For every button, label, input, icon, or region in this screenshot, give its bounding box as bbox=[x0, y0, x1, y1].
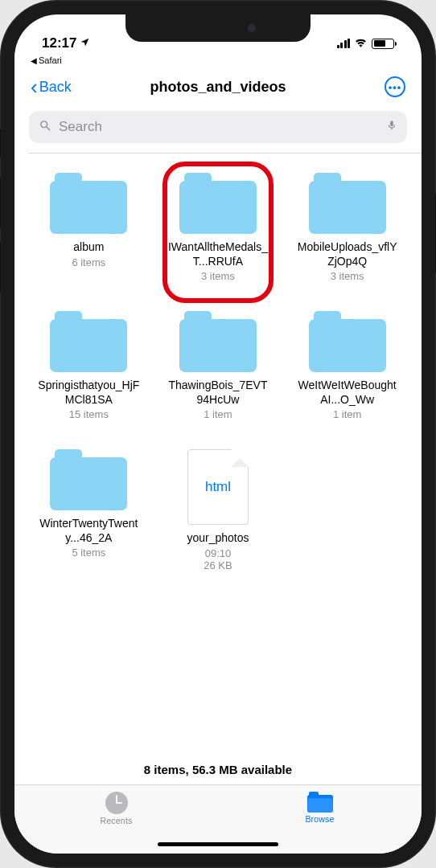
chevron-left-icon: ‹ bbox=[31, 76, 38, 97]
volume-up-button bbox=[0, 177, 1, 228]
clock-icon bbox=[105, 792, 128, 814]
folder-item[interactable]: ThawingBois_7EVT94HcUw1 item bbox=[160, 311, 277, 420]
notch bbox=[125, 14, 311, 42]
folder-icon bbox=[179, 173, 257, 234]
item-meta: 5 items bbox=[72, 547, 105, 559]
html-file-icon: html bbox=[187, 449, 249, 525]
microphone-icon[interactable] bbox=[386, 117, 397, 137]
item-name: ThawingBois_7EVT94HcUw bbox=[166, 379, 270, 407]
folder-icon bbox=[307, 792, 333, 813]
item-meta: 09:10 bbox=[205, 547, 232, 559]
folder-item[interactable]: WinterTwentyTwenty...46_2A5 items bbox=[31, 449, 147, 571]
page-title: photos_and_videos bbox=[150, 79, 286, 96]
cellular-icon bbox=[337, 39, 351, 48]
status-time: 12:17 bbox=[42, 35, 76, 51]
item-name: your_photos bbox=[187, 531, 249, 546]
storage-status: 8 items, 56.3 MB available bbox=[14, 751, 422, 784]
more-options-button[interactable]: ••• bbox=[385, 76, 405, 97]
battery-icon bbox=[372, 39, 394, 49]
folder-icon bbox=[50, 311, 127, 372]
folder-item[interactable]: album6 items bbox=[31, 173, 147, 282]
tab-recents[interactable]: Recents bbox=[84, 792, 149, 825]
breadcrumb-caret-icon: ◀︎ bbox=[31, 56, 37, 65]
location-icon bbox=[80, 37, 90, 50]
item-name: Springisthatyou_HjFMCl81SA bbox=[36, 379, 141, 407]
item-meta: 3 items bbox=[201, 270, 235, 282]
item-name: WeItWeItWeBoughtAI...O_Ww bbox=[295, 379, 400, 407]
search-bar[interactable] bbox=[29, 111, 407, 143]
folder-item[interactable]: Springisthatyou_HjFMCl81SA15 items bbox=[31, 311, 147, 420]
ellipsis-icon: ••• bbox=[389, 81, 402, 93]
folder-icon bbox=[50, 449, 127, 510]
app-breadcrumb[interactable]: ◀︎ Safari bbox=[14, 53, 422, 68]
mute-switch bbox=[0, 129, 1, 158]
search-icon bbox=[39, 119, 52, 136]
folder-item[interactable]: WeItWeItWeBoughtAI...O_Ww1 item bbox=[289, 311, 405, 420]
item-meta: 1 item bbox=[333, 408, 361, 420]
nav-bar: ‹ Back photos_and_videos ••• bbox=[14, 68, 422, 106]
back-button[interactable]: ‹ Back bbox=[31, 76, 72, 97]
item-meta: 3 items bbox=[331, 270, 364, 282]
folder-icon bbox=[179, 311, 257, 372]
device-frame: 12:17 ◀︎ Safari ‹ Back photos_and bbox=[0, 0, 436, 868]
item-meta: 6 items bbox=[72, 256, 105, 268]
tab-browse[interactable]: Browse bbox=[288, 792, 352, 824]
item-name: IWantAlltheMedals_T...RRUfA bbox=[166, 240, 270, 268]
item-name: WinterTwentyTwenty...46_2A bbox=[36, 517, 141, 545]
breadcrumb-label: Safari bbox=[39, 55, 62, 65]
wifi-icon bbox=[354, 35, 368, 51]
item-name: album bbox=[73, 240, 104, 255]
folder-item[interactable]: IWantAlltheMedals_T...RRUfA3 items bbox=[160, 173, 277, 282]
tab-bar: Recents Browse bbox=[14, 784, 422, 854]
folder-icon bbox=[50, 173, 127, 234]
search-container bbox=[14, 106, 422, 153]
item-meta-size: 26 KB bbox=[204, 559, 232, 571]
volume-down-button bbox=[0, 241, 1, 293]
files-grid: album6 itemsIWantAlltheMedals_T...RRUfA3… bbox=[14, 154, 422, 751]
item-meta: 15 items bbox=[69, 408, 109, 420]
file-type-label: html bbox=[205, 479, 231, 495]
item-name: MobileUploads_vflYZjOp4Q bbox=[295, 240, 400, 268]
search-input[interactable] bbox=[59, 119, 380, 135]
home-indicator[interactable] bbox=[158, 842, 278, 846]
tab-label: Recents bbox=[101, 816, 133, 825]
back-label: Back bbox=[39, 79, 72, 96]
folder-icon bbox=[309, 173, 386, 234]
folder-icon bbox=[309, 311, 386, 372]
file-item[interactable]: htmlyour_photos09:1026 KB bbox=[160, 449, 277, 571]
screen: 12:17 ◀︎ Safari ‹ Back photos_and bbox=[14, 14, 422, 854]
folder-item[interactable]: MobileUploads_vflYZjOp4Q3 items bbox=[289, 173, 405, 282]
item-meta: 1 item bbox=[204, 408, 232, 420]
tab-label: Browse bbox=[305, 814, 334, 824]
